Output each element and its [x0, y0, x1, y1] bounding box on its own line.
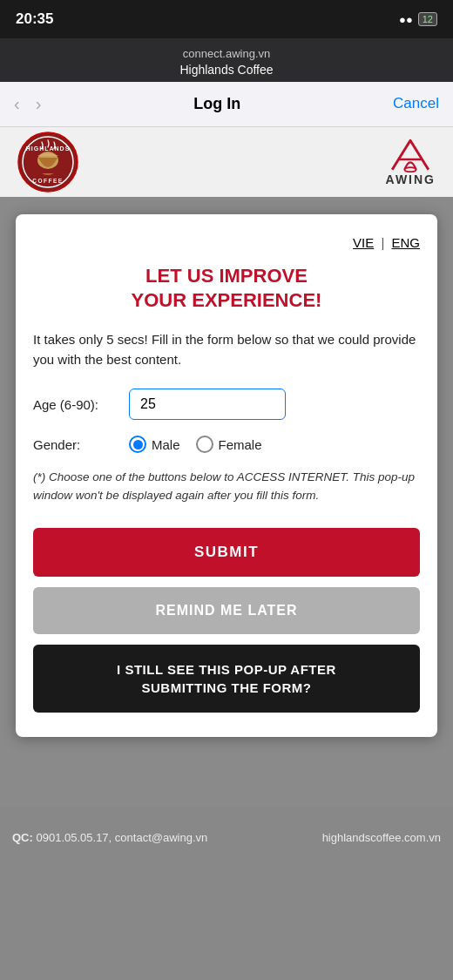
- modal-note: (*) Choose one of the buttons below to A…: [33, 469, 420, 505]
- battery-icon: 12: [418, 12, 437, 26]
- url-bar: connect.awing.vn Highlands Coffee: [0, 38, 453, 82]
- gender-female-radio[interactable]: [196, 436, 213, 453]
- gender-female-option[interactable]: Female: [196, 436, 262, 453]
- gender-label: Gender:: [33, 437, 129, 452]
- status-time: 20:35: [16, 10, 53, 28]
- highlands-logo: HIGHLANDS COFFEE: [17, 132, 78, 193]
- forward-button[interactable]: ›: [36, 94, 42, 114]
- remind-later-button[interactable]: REMIND ME LATER: [33, 587, 420, 634]
- back-button[interactable]: ‹: [14, 94, 20, 114]
- popup-issue-line1: I STILL SEE THIS POP-UP AFTER: [117, 662, 336, 677]
- gender-male-label: Male: [152, 437, 180, 452]
- nav-title: Log In: [193, 95, 240, 113]
- gender-options: Male Female: [129, 436, 262, 453]
- site-name: Highlands Coffee: [0, 63, 453, 77]
- footer-contact: QC: 0901.05.05.17, contact@awing.vn: [12, 831, 207, 844]
- qc-contact: 0901.05.05.17, contact@awing.vn: [36, 831, 207, 844]
- signal-icon: ●●: [399, 13, 413, 26]
- awing-brand-text: AWING: [386, 172, 436, 186]
- awing-symbol-icon: [389, 138, 432, 172]
- header-logos: HIGHLANDS COFFEE AWING: [0, 127, 453, 197]
- main-content: VIE | ENG LET US IMPROVE YOUR EXPERIENCE…: [0, 197, 453, 807]
- gender-row: Gender: Male Female: [33, 436, 420, 453]
- lang-divider: |: [381, 235, 384, 250]
- svg-text:COFFEE: COFFEE: [32, 178, 63, 184]
- nav-bar: ‹ › Log In Cancel: [0, 82, 453, 127]
- age-label: Age (6-90):: [33, 397, 129, 412]
- age-input[interactable]: [129, 389, 286, 420]
- nav-arrows: ‹ ›: [14, 94, 41, 114]
- submit-button[interactable]: SUBMIT: [33, 528, 420, 577]
- url-text: connect.awing.vn: [0, 45, 453, 63]
- age-row: Age (6-90):: [33, 389, 420, 420]
- awing-logo: AWING: [386, 138, 436, 186]
- gender-male-radio[interactable]: [129, 436, 146, 453]
- modal-card: VIE | ENG LET US IMPROVE YOUR EXPERIENCE…: [16, 214, 437, 738]
- lang-selector: VIE | ENG: [33, 235, 420, 250]
- lang-eng-button[interactable]: ENG: [391, 235, 420, 250]
- gender-male-option[interactable]: Male: [129, 436, 180, 453]
- modal-description: It takes only 5 secs! Fill in the form b…: [33, 329, 420, 370]
- cancel-button[interactable]: Cancel: [393, 95, 439, 112]
- status-bar: 20:35 ●● 12: [0, 0, 453, 38]
- footer-website: highlandscoffee.com.vn: [322, 831, 441, 844]
- qc-label: QC:: [12, 831, 33, 844]
- popup-issue-button[interactable]: I STILL SEE THIS POP-UP AFTER SUBMITTING…: [33, 645, 420, 713]
- status-icons: ●● 12: [399, 12, 437, 26]
- modal-title: LET US IMPROVE YOUR EXPERIENCE!: [33, 264, 420, 314]
- svg-point-5: [405, 167, 416, 172]
- lang-vie-button[interactable]: VIE: [353, 235, 374, 250]
- footer: QC: 0901.05.05.17, contact@awing.vn high…: [0, 807, 453, 856]
- popup-issue-line2: SUBMITTING THE FORM?: [142, 680, 312, 695]
- gender-female-label: Female: [219, 437, 262, 452]
